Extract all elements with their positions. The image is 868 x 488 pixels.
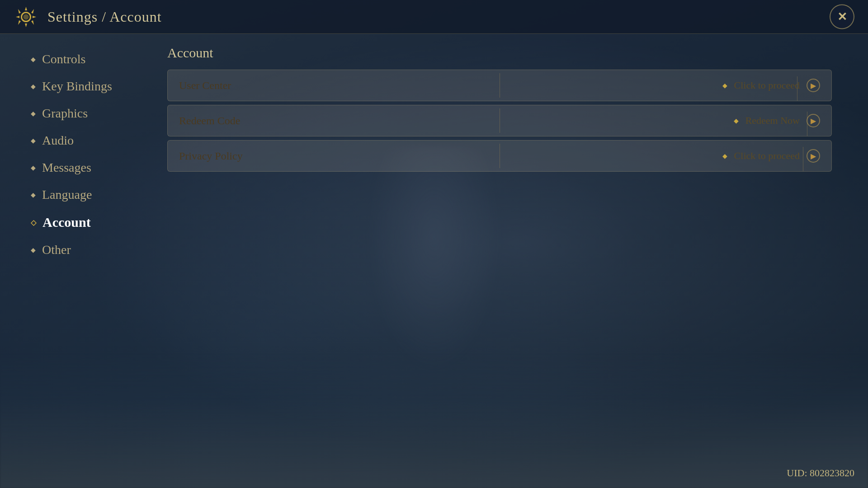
arrow-icon-redeem-code: ▶ <box>807 114 820 127</box>
account-row-redeem-code[interactable]: Redeem Code ◆ Redeem Now ▶ <box>167 105 832 136</box>
sidebar-label-controls: Controls <box>42 52 85 66</box>
sidebar-label-key-bindings: Key Bindings <box>42 79 112 94</box>
close-button[interactable]: ✕ <box>830 5 854 29</box>
sidebar-item-audio[interactable]: ◆Audio <box>27 129 136 152</box>
right-panel: Account User Center ◆ Click to proceed ▶… <box>145 34 868 488</box>
sidebar-bullet-key-bindings: ◆ <box>31 83 36 90</box>
svg-point-1 <box>24 14 29 19</box>
diamond-icon-redeem-code: ◆ <box>734 117 739 125</box>
sidebar-bullet-messages: ◆ <box>31 164 36 172</box>
sidebar-item-other[interactable]: ◆Other <box>27 238 136 262</box>
account-row-privacy-policy[interactable]: Privacy Policy ◆ Click to proceed ▶ <box>167 140 832 172</box>
header-title: Settings / Account <box>47 9 162 25</box>
sidebar-item-language[interactable]: ◆Language <box>27 183 136 206</box>
sidebar-item-graphics[interactable]: ◆Graphics <box>27 102 136 125</box>
sidebar-bullet-audio: ◆ <box>31 137 36 145</box>
arrow-icon-privacy-policy: ▶ <box>807 149 820 163</box>
sidebar-bullet-language: ◆ <box>31 191 36 199</box>
sidebar-label-graphics: Graphics <box>42 106 88 121</box>
account-row-user-center[interactable]: User Center ◆ Click to proceed ▶ <box>167 70 832 101</box>
uid-display: UID: 802823820 <box>787 467 854 479</box>
main-content: ◆Controls◆Key Bindings◆Graphics◆Audio◆Me… <box>0 34 868 488</box>
row-right-user-center: ◆ Click to proceed ▶ <box>722 79 820 92</box>
account-rows-container: User Center ◆ Click to proceed ▶ Redeem … <box>167 70 832 172</box>
sidebar-bullet-controls: ◆ <box>31 56 36 63</box>
sidebar-bullet-account: ◇ <box>31 218 36 227</box>
sidebar-label-messages: Messages <box>42 160 91 175</box>
sidebar-item-controls[interactable]: ◆Controls <box>27 47 136 71</box>
sidebar-item-messages[interactable]: ◆Messages <box>27 156 136 179</box>
arrow-icon-user-center: ▶ <box>807 79 820 92</box>
divider-user-center <box>500 73 500 98</box>
sidebar-item-account[interactable]: ◇Account <box>27 210 136 235</box>
row-separator-privacy-policy <box>803 147 803 171</box>
header: Settings / Account ✕ <box>0 0 868 34</box>
settings-gear-icon <box>14 5 38 29</box>
sidebar-bullet-other: ◆ <box>31 246 36 254</box>
row-separator-redeem-code <box>807 112 807 136</box>
row-action-privacy-policy: Click to proceed <box>734 150 800 162</box>
row-label-privacy-policy: Privacy Policy <box>179 150 243 162</box>
row-action-user-center: Click to proceed <box>734 80 800 91</box>
row-right-privacy-policy: ◆ Click to proceed ▶ <box>722 149 820 163</box>
row-separator-user-center <box>797 76 797 101</box>
row-label-user-center: User Center <box>179 80 231 92</box>
sidebar-label-audio: Audio <box>42 133 74 148</box>
section-title: Account <box>167 45 832 61</box>
sidebar: ◆Controls◆Key Bindings◆Graphics◆Audio◆Me… <box>0 34 145 488</box>
sidebar-label-language: Language <box>42 188 92 202</box>
sidebar-label-account: Account <box>42 215 91 230</box>
divider-privacy-policy <box>500 144 500 168</box>
diamond-icon-user-center: ◆ <box>722 82 727 89</box>
divider-redeem-code <box>500 108 500 133</box>
sidebar-item-key-bindings[interactable]: ◆Key Bindings <box>27 75 136 98</box>
sidebar-bullet-graphics: ◆ <box>31 110 36 117</box>
diamond-icon-privacy-policy: ◆ <box>722 152 727 160</box>
row-action-redeem-code: Redeem Now <box>745 115 800 127</box>
sidebar-label-other: Other <box>42 243 71 257</box>
row-label-redeem-code: Redeem Code <box>179 115 240 127</box>
